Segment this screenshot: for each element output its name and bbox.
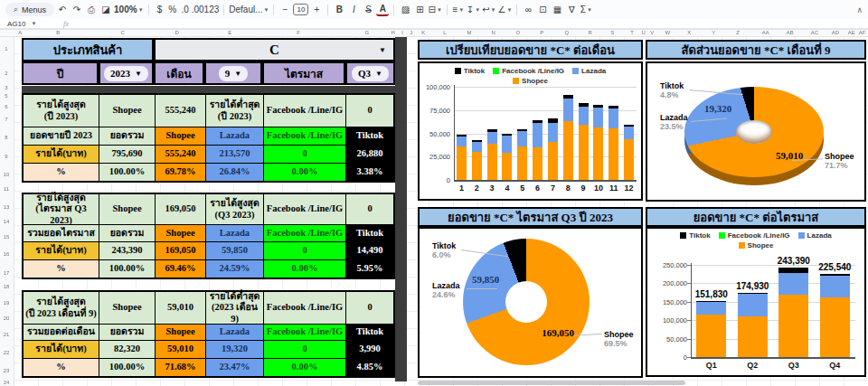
column-header-H[interactable]: H (391, 30, 394, 35)
table-cell[interactable]: Lazada (206, 325, 263, 340)
table-cell[interactable]: % (24, 164, 99, 181)
row-header-1[interactable]: 1 (1, 46, 12, 52)
print-icon[interactable]: ⎙ (85, 3, 98, 16)
column-header-D[interactable]: D (175, 30, 178, 35)
table-cell[interactable]: 3,990 (346, 341, 393, 358)
column-header-I[interactable]: I (401, 30, 403, 35)
table-cell[interactable]: ยอดรวม (99, 225, 155, 241)
column-header-G[interactable]: G (364, 30, 369, 35)
table-cell[interactable]: 795,690 (99, 146, 155, 163)
column-header-AC[interactable]: AC (811, 30, 818, 35)
table-cell[interactable]: 0 (346, 95, 393, 127)
row-header-8[interactable]: 8 (1, 135, 12, 140)
table-cell[interactable]: รายได้สูงสุด (ปี 2023 เดือนที่ 9) (24, 292, 99, 324)
column-header-W[interactable]: W (665, 30, 670, 35)
table-cell[interactable]: 82,320 (99, 341, 155, 358)
table-cell[interactable]: ยอดรวม (99, 325, 155, 340)
column-header-F[interactable]: F (297, 30, 300, 35)
table-cell[interactable]: Shopee (99, 292, 155, 324)
strikethrough-button[interactable]: S (362, 3, 374, 16)
column-header-Y[interactable]: Y (712, 30, 715, 35)
table-cell[interactable]: Facebook /Line/IG (264, 325, 345, 340)
column-header-A[interactable]: A (18, 30, 22, 35)
chart-body-3[interactable]: Tiktok6.0%Lazada24.6%Shopee69.5%59,85016… (418, 227, 643, 378)
table-cell[interactable]: 69.78% (156, 164, 205, 181)
table-cell[interactable]: รวมยอดไตรมาส (24, 225, 99, 241)
table-cell[interactable]: 3.38% (346, 164, 393, 181)
table-cell[interactable]: 0 (264, 146, 345, 163)
column-header-O[interactable]: O (515, 30, 520, 35)
format-123-button[interactable]: 123 (204, 3, 220, 16)
table-cell[interactable]: 24.59% (206, 260, 263, 278)
row-header-22[interactable]: 22 (1, 350, 12, 355)
column-header-U[interactable]: U (641, 30, 645, 35)
column-header-K[interactable]: K (421, 30, 425, 35)
table-cell[interactable]: ยอดรวม (99, 127, 155, 145)
table-cell[interactable]: Tiktok (346, 225, 393, 241)
table-cell[interactable]: Facebook /Line/IG (264, 127, 345, 145)
table-cell[interactable]: รวมยอดต่อเดือน (24, 325, 99, 340)
product-type-dropdown[interactable]: C ▼ (154, 38, 395, 61)
column-header-L[interactable]: L (443, 30, 446, 35)
filter-icon[interactable]: ∇ (565, 3, 578, 16)
format--button[interactable]: % (166, 3, 179, 16)
row-header-5[interactable]: 5 (1, 93, 12, 99)
column-headers[interactable]: ABCDEFGHIJKLMNOPQRSTUVWXYZAAABACADAEAF (0, 29, 868, 37)
table-cell[interactable]: 59,010 (156, 341, 205, 358)
font-size-input[interactable]: 10 (293, 4, 308, 15)
align-left-icon[interactable]: ≡▼ (452, 3, 465, 16)
table-cell[interactable]: Tiktok (346, 127, 393, 145)
table-cell[interactable]: 69.46% (156, 260, 205, 278)
table-cell[interactable]: 243,390 (99, 242, 155, 259)
merge-cells-icon[interactable]: ⊟▼ (428, 3, 441, 16)
row-header-16[interactable]: 16 (1, 251, 12, 257)
table-cell[interactable]: Shopee (99, 194, 155, 224)
table-cell[interactable]: Lazada (206, 127, 263, 145)
row-header-21[interactable]: 21 (1, 332, 12, 337)
table-cell[interactable]: % (24, 359, 99, 376)
chart-icon[interactable]: ▦ (551, 3, 563, 16)
collapse-toolbar-icon[interactable]: ∧ (856, 5, 863, 14)
row-header-11[interactable]: 11 (1, 186, 12, 192)
row-header-10[interactable]: 10 (1, 172, 12, 177)
chart-body-1[interactable]: TiktokFacebook /Line/IGLazadaShopee100,0… (418, 61, 643, 201)
column-header-Z[interactable]: Z (736, 30, 740, 35)
row-header-17[interactable]: 17 (1, 270, 12, 276)
row-header-15[interactable]: 15 (1, 234, 12, 240)
table-cell[interactable]: 100.00% (99, 359, 155, 376)
table-cell[interactable]: Facebook /Line/IG (264, 225, 345, 241)
table-cell[interactable]: 0 (346, 292, 393, 324)
row-header-20[interactable]: 20 (1, 315, 12, 321)
zoom-select[interactable]: 100%▼ (114, 3, 144, 16)
paint-format-icon[interactable]: ◪ (99, 3, 112, 16)
table-cell[interactable]: 555,240 (156, 146, 205, 163)
year-dropdown[interactable]: 2023▼ (104, 66, 148, 81)
table-cell[interactable]: รายได้(บาท) (24, 341, 99, 358)
table-cell[interactable]: % (24, 260, 99, 278)
table-cell[interactable]: 59,010 (156, 292, 205, 324)
table-cell[interactable]: 169,050 (156, 194, 205, 224)
table-cell[interactable]: Shopee (99, 95, 155, 127)
table-cell[interactable]: 0.00% (264, 164, 345, 181)
table-cell[interactable]: Shopee (156, 325, 205, 340)
table-cell[interactable]: 0 (264, 341, 345, 358)
table-cell[interactable]: 59,850 (206, 242, 263, 259)
table-cell[interactable]: Facebook /Line/IG (264, 95, 345, 127)
table-cell[interactable]: รายได้(บาท) (24, 242, 99, 259)
table-cell[interactable]: 5.95% (346, 260, 393, 278)
column-header-T[interactable]: T (630, 30, 634, 35)
table-cell[interactable]: รายได้ต่ำสุด (2023 เดือน 9) (206, 292, 263, 324)
row-header-6[interactable]: 6 (1, 104, 12, 109)
text-color-button[interactable]: A (376, 3, 389, 16)
table-cell[interactable]: ยอดขายปี 2023 (24, 127, 99, 145)
table-cell[interactable]: 26,880 (346, 146, 393, 163)
row-header-13[interactable]: 13 (1, 204, 12, 210)
bold-button[interactable]: B (333, 3, 345, 16)
table-cell[interactable]: 23.47% (206, 359, 263, 376)
text-wrap-icon[interactable]: ↩▼ (482, 3, 495, 16)
column-header-Q[interactable]: Q (564, 30, 569, 35)
table-cell[interactable]: 100.00% (99, 164, 155, 181)
month-dropdown[interactable]: 9▼ (219, 66, 248, 81)
menus-button[interactable]: ⌕ Menus (5, 3, 54, 16)
link-icon[interactable]: ∞ (522, 3, 534, 16)
